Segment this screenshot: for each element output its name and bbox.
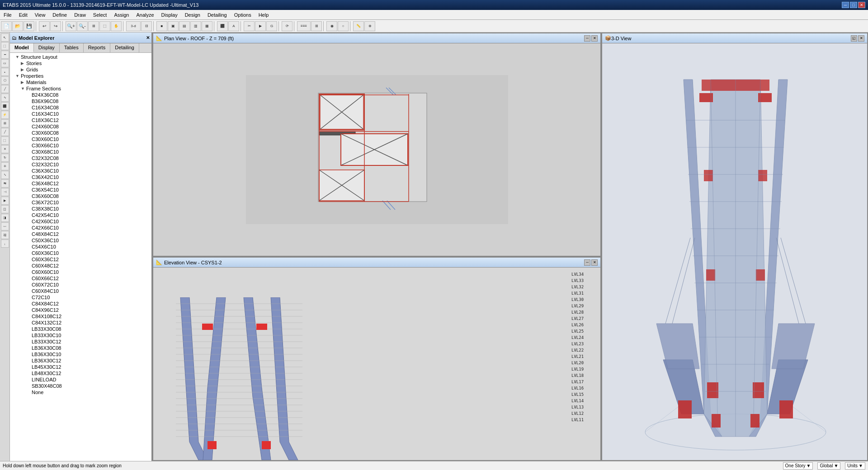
refresh-button[interactable]: ⟳	[282, 21, 292, 31]
coord-system-dropdown[interactable]: Global ▼	[817, 462, 840, 470]
tab-reports[interactable]: Reports	[84, 43, 111, 52]
tree-item-c16x34c10[interactable]: C16X34C10	[10, 111, 151, 117]
menu-select[interactable]: Select	[90, 10, 111, 19]
tree-item-c60x84c10[interactable]: C60X84C10	[10, 288, 151, 294]
snap-button[interactable]: ⊕	[364, 21, 375, 31]
tree-item-c36x48c12[interactable]: C36X48C12	[10, 180, 151, 187]
tree-item-c72c10[interactable]: C72C10	[10, 294, 151, 301]
new-button[interactable]: 📄	[1, 21, 12, 31]
tree-item-c42x66c10[interactable]: C42X66C10	[10, 225, 151, 231]
save-button[interactable]: 💾	[24, 21, 34, 31]
tree-item-c42x54c10[interactable]: C42X54C10	[10, 212, 151, 218]
tree-structure-layout[interactable]: ▼ Structure Layout	[10, 54, 151, 60]
draw-area-tool[interactable]: ▭	[1, 59, 9, 67]
move-tool[interactable]: ✛	[1, 162, 9, 170]
tree-item-c36x36c10[interactable]: C36X36C10	[10, 168, 151, 174]
assign-groups-button[interactable]: G	[266, 21, 277, 31]
3d-close-button[interactable]: ✕	[858, 35, 864, 42]
options-3-button[interactable]: ○	[338, 21, 349, 31]
tree-item-c48x84c12[interactable]: C48X84C12	[10, 231, 151, 237]
display-2-button[interactable]: ▣	[168, 21, 179, 31]
tree-item-c54x6c10[interactable]: C54X6C10	[10, 244, 151, 250]
tree-item-c42x60c10[interactable]: C42X60C10	[10, 218, 151, 225]
draw-line-tool[interactable]: ╱	[1, 85, 9, 93]
display-3-button[interactable]: ▤	[179, 21, 190, 31]
maximize-button[interactable]: □	[850, 2, 857, 8]
tree-item-none[interactable]: None	[10, 389, 151, 395]
tree-item-c36x72c10[interactable]: C36X72C10	[10, 199, 151, 206]
section-cut-button[interactable]: ✂	[244, 21, 255, 31]
draw-point-tool[interactable]: •	[1, 68, 9, 76]
link-tool2[interactable]: ⛓	[1, 231, 9, 239]
select-line-tool[interactable]: ╱	[1, 128, 9, 136]
tree-grids[interactable]: ▶ Grids	[10, 66, 151, 73]
tree-materials[interactable]: ▶ Materials	[10, 79, 151, 85]
tree-item-c24x60c08[interactable]: C24X60C08	[10, 123, 151, 130]
tree-item-lb48x30c12[interactable]: LB48X30C12	[10, 370, 151, 376]
run-tool[interactable]: ▶	[1, 197, 9, 205]
menu-draw[interactable]: Draw	[71, 10, 90, 19]
tree-item-b24x36c08[interactable]: B24X36C08	[10, 92, 151, 98]
menu-analyze[interactable]: Analyze	[132, 10, 157, 19]
redo-button[interactable]: ↪	[50, 21, 61, 31]
draw-frame-tool[interactable]: ━	[1, 51, 9, 59]
tree-item-c30x60c08[interactable]: C30X60C08	[10, 130, 151, 136]
display-4-button[interactable]: ▥	[190, 21, 201, 31]
tree-item-c60x36c10[interactable]: C60X36C10	[10, 250, 151, 256]
tree-item-lb36x30c12[interactable]: LB36X30C12	[10, 357, 151, 364]
labels-button[interactable]: A	[228, 21, 239, 31]
story-dropdown[interactable]: One Story ▼	[783, 462, 813, 470]
scale-tool[interactable]: ⤡	[1, 171, 9, 179]
menu-help[interactable]: Help	[255, 10, 273, 19]
tree-item-c84x132c12[interactable]: C84X132C12	[10, 320, 151, 326]
zoom-in-button[interactable]: 🔍+	[66, 21, 76, 31]
zoom-window-button[interactable]: ⬚	[99, 21, 110, 31]
tree-item-c60x48c12[interactable]: C60X48C12	[10, 263, 151, 269]
shell-tool[interactable]: ◫	[1, 205, 9, 213]
3d-canvas[interactable]	[602, 43, 867, 460]
tree-item-lb33x30c10[interactable]: LB33X30C10	[10, 332, 151, 338]
tree-item-lineload[interactable]: LINELOAD	[10, 376, 151, 383]
solid-tool[interactable]: ◨	[1, 214, 9, 222]
tree-item-c32x32c10[interactable]: C32X32C10	[10, 161, 151, 168]
pointer-tool[interactable]: ↖	[1, 33, 9, 42]
quick-draw-tool[interactable]: ⚡	[1, 111, 9, 119]
mirror-tool[interactable]: ⇆	[1, 179, 9, 188]
select-intersect-tool[interactable]: ✕	[1, 145, 9, 153]
plan-minimize-button[interactable]: ─	[584, 35, 590, 42]
menu-edit[interactable]: Edit	[15, 10, 31, 19]
draw-link-tool[interactable]: ⬡	[1, 76, 9, 85]
tree-item-c30x66c10[interactable]: C30X66C10	[10, 142, 151, 149]
tree-item-c36x42c10[interactable]: C36X42C10	[10, 174, 151, 180]
zoom-region-tool[interactable]: ⬚	[1, 42, 9, 50]
tree-stories[interactable]: ▶ Stories	[10, 60, 151, 66]
tree-item-c36x60c08[interactable]: C36X60C08	[10, 193, 151, 199]
tree-item-c84x96c12[interactable]: C84X96C12	[10, 307, 151, 313]
tree-item-c50x36c10[interactable]: C50X36C10	[10, 237, 151, 244]
zoom-all-button[interactable]: ⊞	[88, 21, 99, 31]
tree-item-c60x36c12[interactable]: C60X36C12	[10, 256, 151, 263]
tab-display[interactable]: Display	[34, 43, 60, 52]
tab-tables[interactable]: Tables	[60, 43, 84, 52]
menu-detailing[interactable]: Detailing	[204, 10, 231, 19]
mesh-tool[interactable]: ⊞	[1, 119, 9, 127]
elev-minimize-button[interactable]: ─	[584, 259, 590, 266]
extrude-tool[interactable]: ⬛	[1, 102, 9, 110]
zoom-out-button[interactable]: 🔍-	[77, 21, 88, 31]
3d-expand-button[interactable]: ◱	[851, 35, 857, 42]
plan-view-button[interactable]: ⊟	[141, 21, 152, 31]
load-tool[interactable]: ↓	[1, 240, 9, 248]
section-cut-side-tool[interactable]: ⊣	[1, 188, 9, 196]
pan-button[interactable]: ✋	[111, 21, 122, 31]
tree-item-c30x68c10[interactable]: C30X68C10	[10, 149, 151, 155]
tree-item-c18x36c12[interactable]: C18X36C12	[10, 117, 151, 123]
tree-item-c30x60c10[interactable]: C30X60C10	[10, 136, 151, 142]
menu-display[interactable]: Display	[158, 10, 181, 19]
menu-view[interactable]: View	[31, 10, 49, 19]
rotate-tool[interactable]: ↻	[1, 154, 9, 162]
tree-properties[interactable]: ▼ Properties	[10, 73, 151, 79]
plan-close-button[interactable]: ✕	[591, 35, 598, 42]
run-analysis-button[interactable]: ▶	[255, 21, 266, 31]
tree-item-c36x54c10[interactable]: C36X54C10	[10, 187, 151, 193]
tree-item-c16x34c08[interactable]: C16X34C08	[10, 104, 151, 111]
